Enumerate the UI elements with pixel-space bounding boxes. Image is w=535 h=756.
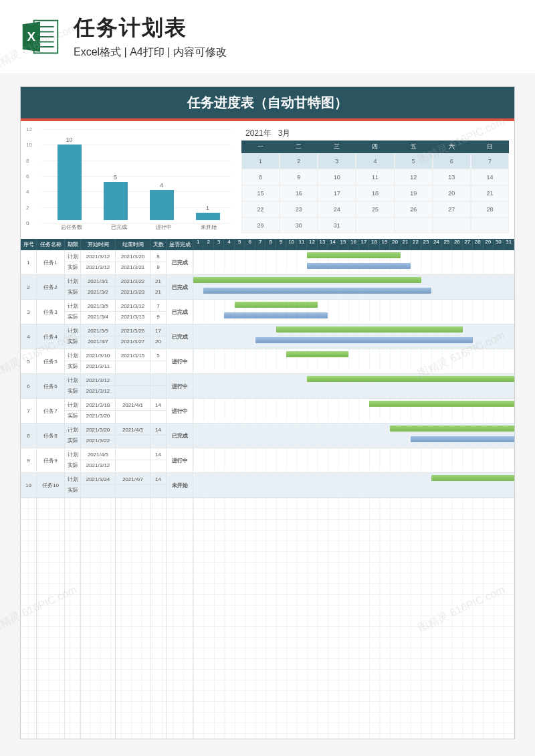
task-row: 6任务6计划实际2021/3/122021/3/12进行中 [21,374,514,399]
task-row: 8任务8计划实际2021/3/202021/3/222021/4/314已完成 [21,423,514,448]
task-row: 7任务7计划实际2021/3/182021/3/202021/4/114进行中 [21,399,514,423]
summary-bar-chart: 02468101210541总任务数已完成进行中未开始 [26,126,233,233]
task-row: 10任务10计划实际2021/3/242021/4/714未开始 [21,473,514,498]
sheet-title: 任务进度表（自动甘特图） [21,87,514,121]
task-row: 2任务2计划实际2021/3/12021/3/22021/3/222021/3/… [21,275,514,300]
calendar-month: 3月 [278,128,291,138]
excel-icon: X [20,17,60,57]
excel-sheet: 任务进度表（自动甘特图） 02468101210541总任务数已完成进行中未开始… [20,86,515,739]
task-row: 9任务9计划实际2021/4/52021/3/1214进行中 [21,448,514,473]
empty-rows [21,498,514,739]
task-row: 1任务1计划实际2021/3/122021/3/122021/3/202021/… [21,250,514,275]
col-seq: 序号 [21,239,37,250]
task-row: 4任务4计划实际2021/3/92021/3/72021/3/262021/3/… [21,324,514,349]
page-subtitle: Excel格式 | A4打印 | 内容可修改 [74,45,227,60]
col-start: 开始时间 [81,239,116,250]
task-row: 3任务3计划实际2021/3/52021/3/42021/3/122021/3/… [21,300,514,324]
col-end: 结束时间 [116,239,150,250]
calendar: 2021年 3月 一二三四五六日 12345678910111213141516… [241,126,509,233]
col-days: 天数 [150,239,167,250]
page-title: 任务计划表 [74,13,227,43]
col-status: 是否完成 [167,239,193,250]
col-name: 任务名称 [37,239,65,250]
page-header: X 任务计划表 Excel格式 | A4打印 | 内容可修改 [0,0,535,73]
col-type: 期限 [65,239,81,250]
table-header: 序号 任务名称 期限 开始时间 结束时间 天数 是否完成 12345678910… [21,239,514,250]
calendar-year: 2021年 [245,128,272,138]
task-row: 5任务5计划实际2021/3/102021/3/112021/3/155进行中 [21,349,514,374]
svg-text:X: X [27,29,36,43]
